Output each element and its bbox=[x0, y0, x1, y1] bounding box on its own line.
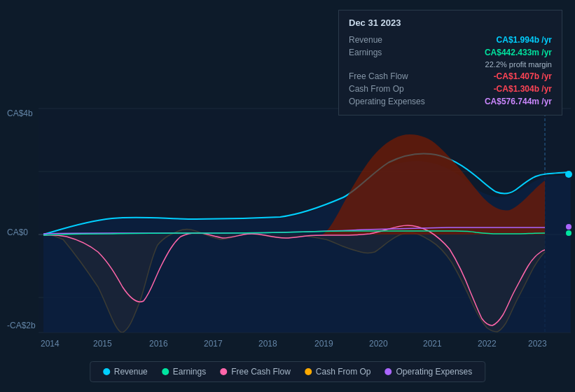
legend-dot-revenue bbox=[103, 368, 110, 375]
tooltip-row-cfo: Cash From Op -CA$1.304b /yr bbox=[349, 83, 552, 95]
x-label-2015: 2015 bbox=[93, 339, 112, 349]
y-label-0: CA$0 bbox=[7, 227, 28, 237]
legend-item-earnings[interactable]: Earnings bbox=[162, 367, 206, 377]
legend-dot-earnings bbox=[162, 368, 169, 375]
data-tooltip: Dec 31 2023 Revenue CA$1.994b /yr Earnin… bbox=[338, 10, 562, 115]
x-label-2023: 2023 bbox=[528, 339, 547, 349]
svg-point-9 bbox=[565, 171, 572, 178]
x-label-2017: 2017 bbox=[204, 339, 223, 349]
y-label-neg2b: -CA$2b bbox=[7, 321, 36, 330]
tooltip-profit-margin: 22.2% profit margin bbox=[457, 59, 552, 70]
legend-label-earnings: Earnings bbox=[173, 367, 206, 377]
legend-dot-opex bbox=[385, 368, 392, 375]
tooltip-label-cfo: Cash From Op bbox=[349, 83, 457, 95]
legend-dot-fcf bbox=[220, 368, 227, 375]
tooltip-label-fcf: Free Cash Flow bbox=[349, 70, 457, 83]
legend-dot-cfo bbox=[305, 368, 312, 375]
tooltip-value-revenue: CA$1.994b /yr bbox=[457, 34, 552, 46]
tooltip-value-fcf: -CA$1.407b /yr bbox=[457, 70, 552, 83]
x-label-2014: 2014 bbox=[41, 339, 60, 349]
x-label-2021: 2021 bbox=[423, 339, 442, 349]
tooltip-label-opex: Operating Expenses bbox=[349, 95, 457, 108]
tooltip-value-opex: CA$576.744m /yr bbox=[457, 95, 552, 108]
legend-item-cfo[interactable]: Cash From Op bbox=[305, 367, 371, 377]
tooltip-value-cfo: -CA$1.304b /yr bbox=[457, 83, 552, 95]
x-label-2022: 2022 bbox=[478, 339, 497, 349]
chart-legend: Revenue Earnings Free Cash Flow Cash Fro… bbox=[90, 361, 486, 382]
tooltip-label-revenue: Revenue bbox=[349, 34, 457, 46]
tooltip-row-earnings: Earnings CA$442.433m /yr bbox=[349, 46, 552, 59]
tooltip-date: Dec 31 2023 bbox=[349, 18, 552, 28]
tooltip-row-opex: Operating Expenses CA$576.744m /yr bbox=[349, 95, 552, 108]
tooltip-value-earnings: CA$442.433m /yr bbox=[457, 46, 552, 59]
tooltip-row-fcf: Free Cash Flow -CA$1.407b /yr bbox=[349, 70, 552, 83]
tooltip-row-margin: 22.2% profit margin bbox=[349, 59, 552, 70]
legend-item-fcf[interactable]: Free Cash Flow bbox=[220, 367, 291, 377]
legend-label-cfo: Cash From Op bbox=[316, 367, 371, 377]
y-label-4b: CA$4b bbox=[7, 108, 33, 118]
svg-point-10 bbox=[566, 230, 571, 236]
x-label-2020: 2020 bbox=[369, 339, 388, 349]
x-label-2019: 2019 bbox=[314, 339, 333, 349]
x-label-2018: 2018 bbox=[258, 339, 277, 349]
legend-label-fcf: Free Cash Flow bbox=[231, 367, 291, 377]
tooltip-label-earnings: Earnings bbox=[349, 46, 457, 59]
legend-label-opex: Operating Expenses bbox=[396, 367, 473, 377]
tooltip-table: Revenue CA$1.994b /yr Earnings CA$442.43… bbox=[349, 34, 552, 108]
legend-item-revenue[interactable]: Revenue bbox=[103, 367, 148, 377]
x-label-2016: 2016 bbox=[149, 339, 168, 349]
legend-label-revenue: Revenue bbox=[114, 367, 148, 377]
tooltip-row-revenue: Revenue CA$1.994b /yr bbox=[349, 34, 552, 46]
svg-point-8 bbox=[566, 224, 571, 230]
legend-item-opex[interactable]: Operating Expenses bbox=[385, 367, 473, 377]
